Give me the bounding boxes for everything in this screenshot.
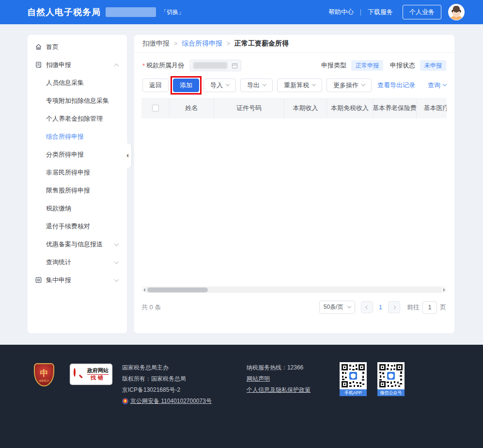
chevron-down-icon — [114, 259, 119, 264]
download-service-link[interactable]: 下载服务 — [368, 8, 393, 16]
select-all-cell — [141, 98, 170, 118]
brand: 自然人电子税务局 「切换」 — [27, 6, 184, 18]
chevron-up-icon — [114, 64, 119, 68]
footer-inner: 中 党政机关 政府网站 找错 国家税务总局主办 版权所有：国家税务总局 京ICP… — [0, 345, 483, 407]
icp-text: 京ICP备13021685号-2 — [122, 384, 212, 396]
more-actions-dropdown-button[interactable]: 更多操作 — [327, 79, 372, 92]
site-statement-link[interactable]: 网站声明 — [247, 373, 311, 384]
sidebar-item-label: 限售股所得申报 — [46, 186, 90, 195]
home-icon — [35, 43, 42, 50]
breadcrumb-separator: > — [227, 40, 230, 47]
find-error-label: 找错 — [91, 374, 105, 381]
shield-label: 党政机关 — [36, 379, 52, 383]
sidebar-item-label: 专项附加扣除信息采集 — [46, 96, 109, 105]
sidebar-item-label: 分类所得申报 — [46, 150, 84, 159]
privacy-policy-link[interactable]: 个人信息及隐私保护政策 — [247, 384, 311, 396]
beian-link[interactable]: 京公网安备 11040102700073号 — [130, 396, 212, 407]
user-avatar[interactable] — [448, 4, 465, 20]
mobile-app-qr: 手机APP — [340, 362, 367, 396]
page-unit-label: 页 — [440, 303, 446, 312]
switch-entity-link[interactable]: 「切换」 — [161, 8, 184, 16]
sidebar-item-label: 首页 — [46, 43, 59, 51]
sidebar-item-label: 优惠备案与信息报送 — [46, 240, 103, 249]
goto-page-input[interactable] — [422, 301, 437, 314]
import-dropdown-button[interactable]: 导入 — [203, 79, 236, 92]
sidebar-item-label: 人员信息采集 — [46, 79, 84, 87]
page-size-select[interactable]: 50条/页 — [319, 301, 355, 314]
sidebar-item-centralized-declare[interactable]: 集中申报 — [28, 271, 127, 289]
sidebar-item-query-statistics[interactable]: 查询统计 — [28, 253, 127, 271]
column-header-name: 姓名 — [170, 98, 214, 118]
gov-agency-shield-badge: 中 党政机关 — [34, 363, 54, 386]
page-body: 首页 扣缴申报 人员信息采集 专项附加扣除信息采集 个人养老金扣除管理 综合所得… — [0, 24, 483, 345]
table-footer: 共 0 条 50条/页 1 前往 页 — [134, 293, 454, 314]
sidebar-item-restricted-shares[interactable]: 限售股所得申报 — [28, 181, 127, 199]
scrollbar-track[interactable] — [146, 287, 442, 293]
sidebar-item-special-deduction[interactable]: 专项附加扣除信息采集 — [28, 92, 127, 110]
app-header: 自然人电子税务局 「切换」 帮助中心 下载服务 个人业务 — [0, 0, 483, 24]
chevron-down-icon — [114, 277, 119, 282]
current-page-number[interactable]: 1 — [379, 304, 382, 311]
header-right: 帮助中心 下载服务 个人业务 — [328, 4, 465, 20]
declare-status-area: 申报类型正常申报 申报状态未申报 — [321, 61, 446, 70]
police-badge-icon — [122, 398, 128, 404]
recalculate-dropdown-button[interactable]: 重新算税 — [277, 79, 322, 92]
export-dropdown-button[interactable]: 导出 — [240, 79, 273, 92]
next-page-button[interactable] — [388, 301, 400, 313]
declare-status-label: 申报状态 — [390, 62, 415, 69]
qr-code-image — [377, 362, 405, 389]
redacted-date-value — [193, 62, 227, 69]
sidebar-item-comprehensive-income[interactable]: 综合所得申报 — [28, 128, 127, 145]
chevron-down-icon — [226, 82, 230, 86]
sidebar-item-personnel-info[interactable]: 人员信息采集 — [28, 74, 127, 92]
sidebar-item-label: 非居民所得申报 — [46, 168, 90, 177]
view-export-records-link[interactable]: 查看导出记录 — [377, 81, 415, 90]
scroll-left-arrow[interactable] — [141, 287, 146, 293]
sidebar-item-label: 扣缴申报 — [46, 61, 71, 69]
sidebar-item-label: 税款缴纳 — [46, 204, 71, 213]
personal-business-button[interactable]: 个人业务 — [403, 5, 441, 19]
sidebar-item-label: 综合所得申报 — [46, 132, 84, 141]
prev-page-button[interactable] — [361, 301, 373, 313]
sidebar-item-preferential-filing[interactable]: 优惠备案与信息报送 — [28, 235, 127, 253]
wechat-official-qr: 微信公众号 — [377, 362, 405, 396]
declare-type-badge: 正常申报 — [351, 60, 383, 71]
sidebar-item-label: 查询统计 — [46, 258, 71, 267]
scrollbar-thumb[interactable] — [147, 288, 208, 292]
import-label: 导入 — [210, 81, 223, 90]
breadcrumb-separator: > — [174, 40, 177, 47]
recalculate-label: 重新算税 — [284, 81, 309, 90]
back-button[interactable]: 返回 — [142, 79, 169, 92]
site-footer: 中 党政机关 政府网站 找错 国家税务总局主办 版权所有：国家税务总局 京ICP… — [0, 345, 483, 448]
column-header-current-income: 本期收入 — [284, 98, 327, 118]
sidebar-item-tax-payment[interactable]: 税款缴纳 — [28, 199, 127, 217]
total-count-text: 共 0 条 — [141, 303, 161, 312]
sidebar-item-label: 个人养老金扣除管理 — [46, 114, 103, 123]
gov-site-error-report-badge[interactable]: 政府网站 找错 — [70, 364, 112, 385]
breadcrumb-comprehensive[interactable]: 综合所得申报 — [182, 39, 222, 48]
query-toggle-link[interactable]: 查询 — [428, 81, 446, 90]
scroll-right-arrow[interactable] — [442, 287, 447, 293]
add-button[interactable]: 添加 — [173, 79, 199, 92]
breadcrumb-withholding[interactable]: 扣缴申报 — [142, 39, 170, 48]
sidebar-collapse-handle[interactable] — [124, 143, 131, 168]
chevron-down-icon — [443, 82, 447, 86]
sidebar-item-pension-deduction[interactable]: 个人养老金扣除管理 — [28, 110, 127, 128]
chevron-left-icon — [365, 305, 369, 309]
help-center-link[interactable]: 帮助中心 — [328, 8, 354, 16]
hotline-text: 纳税服务热线：12366 — [247, 362, 311, 373]
document-icon — [35, 61, 42, 68]
select-all-checkbox[interactable] — [152, 105, 159, 112]
sidebar-item-classified-income[interactable]: 分类所得申报 — [28, 145, 127, 163]
sidebar-item-home[interactable]: 首页 — [28, 38, 127, 56]
footer-column-links: 纳税服务热线：12366 网站声明 个人信息及隐私保护政策 — [247, 362, 311, 407]
tax-month-date-input[interactable] — [190, 60, 241, 71]
table-header-row: 姓名 证件号码 本期收入 本期免税收入 基本养老保险费 基本医疗保险费 — [141, 98, 447, 118]
chevron-down-icon — [347, 304, 351, 308]
calendar-icon — [232, 63, 238, 69]
declare-type-label: 申报类型 — [321, 62, 346, 69]
sidebar-item-withholding-declare[interactable]: 扣缴申报 — [28, 56, 127, 74]
data-table: 姓名 证件号码 本期收入 本期免税收入 基本养老保险费 基本医疗保险费 — [141, 98, 447, 293]
sidebar-item-refund-fee-check[interactable]: 退付手续费核对 — [28, 217, 127, 235]
sidebar-item-nonresident-income[interactable]: 非居民所得申报 — [28, 163, 127, 181]
